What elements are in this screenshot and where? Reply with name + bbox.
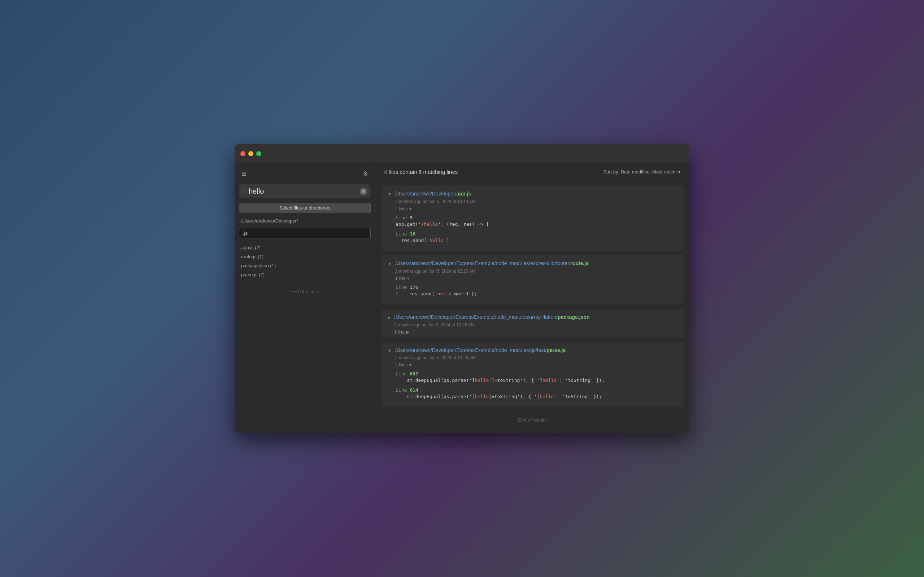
file-info: /Users/andrewo/Developer/ExpressExample/… [395, 260, 678, 281]
line-number: 176 [410, 285, 418, 290]
file-path-base: /Users/andrewo/Developer/ExpressExample/… [395, 347, 546, 353]
file-path-name: package.json [558, 314, 590, 320]
lines-chevron-icon: ▾ [409, 363, 412, 367]
code-line-group: Line 10 res.send('hello') [396, 231, 678, 243]
lines-count: 1 line [395, 276, 406, 281]
file-path: /Users/andrewo/Developer/app.js [395, 190, 678, 198]
results-count: 4 files contain 6 matching lines [384, 169, 458, 175]
line-number-row: Line 614 [396, 387, 678, 393]
file-meta: 2 months ago on Jun 5, 2024 at 10:13 AM [395, 199, 678, 204]
file-info: /Users/andrewo/Developer/app.js 2 months… [395, 190, 678, 211]
file-result-header: ▶ /Users/andrewo/Developer/ExpressExampl… [381, 309, 683, 338]
file-path-name: route.js [570, 260, 589, 266]
file-info: /Users/andrewo/Developer/ExpressExample/… [395, 347, 678, 368]
file-path: /Users/andrewo/Developer/ExpressExample/… [394, 314, 678, 321]
collapse-button[interactable]: ▶ [387, 314, 391, 321]
code-line-group: Line 9 app.get('/hello', (req, res) => { [396, 215, 678, 227]
search-input[interactable] [249, 187, 360, 195]
file-filter-input[interactable] [239, 228, 371, 239]
line-number: 10 [410, 231, 415, 237]
list-item[interactable]: app.js (2) [239, 243, 371, 252]
list-item[interactable]: route.js (1) [239, 253, 371, 261]
results-list: ▼ /Users/andrewo/Developer/app.js 2 mont… [375, 181, 690, 433]
minimize-button[interactable] [248, 151, 254, 156]
lines-toggle[interactable]: 1 line ▾ [395, 276, 409, 281]
search-icon: ⌕ [242, 188, 246, 194]
file-path-base: /Users/andrewo/Developer/ExpressExample/… [394, 314, 558, 320]
file-meta: 2 months ago on Jun 5, 2024 at 12:26 AM [394, 322, 678, 327]
line-number: 614 [410, 387, 418, 393]
sidebar-toolbar: ⊞ ⚙ [239, 169, 371, 179]
file-result: ▼ /Users/andrewo/Developer/app.js 2 mont… [381, 185, 683, 251]
app-window: ⊞ ⚙ ⌕ ✕ Select files or directories /Use… [234, 144, 690, 433]
file-result: ▼ /Users/andrewo/Developer/ExpressExampl… [381, 255, 683, 305]
line-number: 9 [410, 215, 412, 220]
code-text: res.send('hello') [396, 238, 678, 243]
sidebar-end-of-results: End of results [239, 286, 371, 297]
file-list: app.js (2) route.js (1) package.json (1)… [239, 243, 371, 279]
lines-toggle[interactable]: 1 line ▶ [394, 330, 409, 335]
code-text: st.deepEqual(qs.parse(']hello']=toString… [396, 377, 678, 383]
file-meta: 2 months ago on Jun 5, 2024 at 12:26 AM [395, 269, 678, 274]
collapse-button[interactable]: ▼ [387, 348, 393, 353]
file-path-base: /Users/andrewo/Developer/ [395, 191, 457, 197]
traffic-lights [241, 151, 261, 156]
file-result: ▶ /Users/andrewo/Developer/ExpressExampl… [381, 309, 683, 338]
title-bar [234, 144, 690, 163]
file-path-name: app.js [457, 191, 471, 197]
directory-path: /Users/andrewo/Developer/ [239, 217, 371, 225]
file-path-base: /Users/andrewo/Developer/ExpressExample/… [395, 260, 571, 266]
file-path-name: parse.js [546, 347, 565, 353]
search-clear-button[interactable]: ✕ [360, 188, 367, 195]
sort-selector[interactable]: Sort by: Date modified, Most recent ▾ [603, 169, 681, 174]
file-result-header: ▼ /Users/andrewo/Developer/ExpressExampl… [381, 255, 683, 285]
lines-toggle[interactable]: 2 lines ▾ [395, 363, 412, 367]
code-section: Line 9 app.get('/hello', (req, res) => {… [381, 215, 683, 251]
lines-chevron-icon: ▶ [406, 330, 409, 335]
line-number-row: Line 10 [396, 231, 678, 237]
search-box: ⌕ ✕ [239, 184, 371, 198]
lines-count: 2 lines [395, 206, 408, 211]
lines-chevron-icon: ▾ [409, 206, 412, 211]
line-number: 607 [410, 371, 418, 377]
file-result-header: ▼ /Users/andrewo/Developer/app.js 2 mont… [381, 185, 683, 215]
results-header: 4 files contain 6 matching lines Sort by… [375, 163, 690, 181]
file-meta: 2 months ago on Jun 5, 2024 at 12:26 AM [395, 355, 678, 360]
lines-count: 2 lines [395, 363, 408, 367]
line-number-row: Line 607 [396, 371, 678, 377]
code-section: Line 176 * res.send('hello world'); [381, 285, 683, 305]
maximize-button[interactable] [256, 151, 261, 156]
file-path: /Users/andrewo/Developer/ExpressExample/… [395, 260, 678, 267]
results-panel: 4 files contain 6 matching lines Sort by… [375, 163, 690, 433]
file-result-header: ▼ /Users/andrewo/Developer/ExpressExampl… [381, 342, 683, 371]
select-files-button[interactable]: Select files or directories [239, 203, 371, 213]
sort-chevron-icon: ▾ [678, 169, 681, 174]
lines-chevron-icon: ▾ [407, 276, 409, 281]
collapse-button[interactable]: ▼ [387, 261, 393, 266]
lines-toggle[interactable]: 2 lines ▾ [395, 206, 412, 211]
collapse-button[interactable]: ▼ [387, 191, 393, 197]
main-layout: ⊞ ⚙ ⌕ ✕ Select files or directories /Use… [234, 163, 690, 433]
sort-label: Sort by: Date modified, Most recent [603, 169, 677, 174]
sidebar-panel-icon[interactable]: ⊞ [241, 169, 248, 179]
line-number-row: Line 9 [396, 215, 678, 220]
code-line-group: Line 614 st.deepEqual(qs.parse('[hello[=… [396, 387, 678, 399]
code-text: app.get('/hello', (req, res) => { [396, 221, 678, 227]
main-end-of-results: End of results [381, 411, 683, 429]
list-item[interactable]: parse.js (2) [239, 271, 371, 279]
code-section: Line 607 st.deepEqual(qs.parse(']hello']… [381, 371, 683, 407]
list-item[interactable]: package.json (1) [239, 261, 371, 270]
code-text: * res.send('hello world'); [396, 291, 678, 297]
lines-count: 1 line [394, 330, 405, 335]
close-button[interactable] [241, 151, 246, 156]
code-line-group: Line 176 * res.send('hello world'); [396, 285, 678, 297]
code-line-group: Line 607 st.deepEqual(qs.parse(']hello']… [396, 371, 678, 383]
file-path: /Users/andrewo/Developer/ExpressExample/… [395, 347, 678, 354]
sidebar: ⊞ ⚙ ⌕ ✕ Select files or directories /Use… [234, 163, 375, 433]
file-result: ▼ /Users/andrewo/Developer/ExpressExampl… [381, 342, 683, 407]
line-number-row: Line 176 [396, 285, 678, 290]
file-info: /Users/andrewo/Developer/ExpressExample/… [394, 314, 678, 335]
code-text: st.deepEqual(qs.parse('[hello[=toString'… [396, 394, 678, 399]
settings-icon[interactable]: ⚙ [361, 169, 369, 179]
